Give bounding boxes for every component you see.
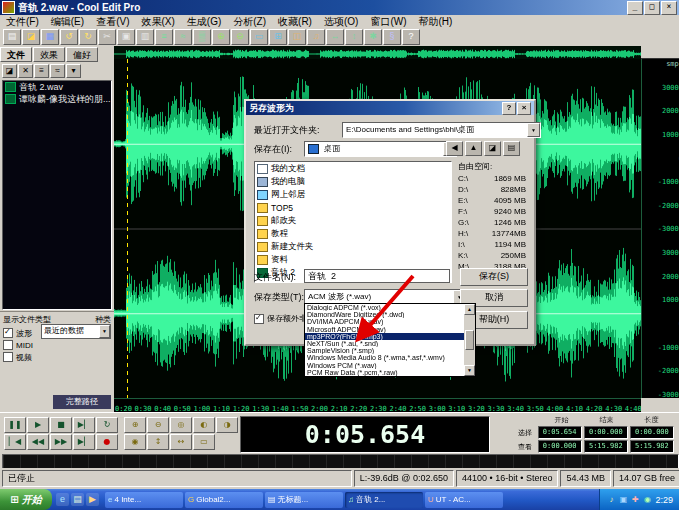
zoom-out-icon[interactable]: ⊖ — [231, 29, 249, 45]
zoom-right-edge-button[interactable]: ◑ — [216, 417, 238, 433]
filetype-checkbox[interactable]: MIDI — [3, 339, 111, 351]
file-browser-item[interactable]: 我的文档 — [255, 162, 451, 175]
open-file-item[interactable]: 音轨 2.wav — [3, 81, 111, 93]
view-begin-field[interactable]: 0:00.000 — [538, 440, 582, 453]
menu-item[interactable]: 帮助(H) — [413, 15, 459, 29]
full-path-button[interactable]: 完整路径 — [53, 395, 111, 409]
taskbar-task-button[interactable]: e 4 Inte... — [105, 492, 183, 508]
multitrack-view-icon[interactable]: ≡ — [155, 29, 173, 45]
zoom-in-icon[interactable]: ⊕ — [212, 29, 230, 45]
menu-item[interactable]: 生成(G) — [181, 15, 227, 29]
zoom-vertical-in-button[interactable]: ↕ — [147, 434, 169, 450]
zoom-left-edge-button[interactable]: ◐ — [193, 417, 215, 433]
file-browser-item[interactable]: 资料 — [255, 253, 451, 266]
selection-begin-field[interactable]: 0:05.654 — [538, 426, 582, 439]
format-option[interactable]: DVI/IMA ADPCM (*.wav) — [305, 318, 464, 325]
edit-file-icon[interactable]: ≈ — [50, 64, 65, 78]
menu-item[interactable]: 文件(F) — [0, 15, 45, 29]
copy-icon[interactable]: ▣ — [117, 29, 135, 45]
fast-forward-button[interactable]: ▶▶ — [50, 434, 72, 450]
help-icon[interactable]: ? — [402, 29, 420, 45]
scroll-up-icon[interactable]: ▲ — [464, 304, 475, 315]
panel-tab[interactable]: 偏好 — [66, 47, 98, 62]
menu-item[interactable]: 窗口(W) — [364, 15, 412, 29]
sort-dropdown[interactable]: 最近的数据 — [41, 324, 111, 339]
scroll-down-icon[interactable]: ▼ — [464, 365, 475, 376]
play-to-end-button[interactable]: ▶▏ — [73, 417, 95, 433]
effects-rack-icon[interactable]: ✱ — [364, 29, 382, 45]
show-desktop-icon[interactable]: ▤ — [71, 493, 84, 506]
maximize-button[interactable]: □ — [644, 1, 660, 15]
ie-quicklaunch-icon[interactable]: e — [56, 493, 69, 506]
zoom-out-button[interactable]: ⊖ — [147, 417, 169, 433]
panel-tab[interactable]: 文件 — [0, 47, 32, 62]
scripts-icon[interactable]: § — [383, 29, 401, 45]
back-icon[interactable]: ◀ — [446, 141, 463, 156]
format-option[interactable]: NeXT/Sun (*.au, *.snd) — [305, 340, 464, 347]
view-menu-icon[interactable]: ▤ — [503, 141, 520, 156]
cut-icon[interactable]: ✂ — [98, 29, 116, 45]
save-button[interactable]: 保存(S) — [460, 268, 528, 286]
view-length-field[interactable]: 5:15.982 — [630, 440, 674, 453]
normalize-icon[interactable]: ↕ — [345, 29, 363, 45]
save-file-icon[interactable]: ▦ — [41, 29, 59, 45]
panel-tab[interactable]: 效果 — [33, 47, 65, 62]
panel-options-icon[interactable]: ▾ — [66, 64, 81, 78]
filetype-checkbox[interactable]: 视频 — [3, 351, 111, 363]
start-button[interactable]: 开始 — [0, 489, 52, 510]
open-file-icon[interactable]: ◪ — [22, 29, 40, 45]
file-browser-item[interactable]: 新建文件夹 — [255, 240, 451, 253]
file-browser-item[interactable]: 网上邻居 — [255, 188, 451, 201]
menu-item[interactable]: 收藏(R) — [272, 15, 318, 29]
insert-multitrack-icon[interactable]: ≡ — [34, 64, 49, 78]
minimize-button[interactable]: _ — [627, 1, 643, 15]
format-option[interactable]: PCM Raw Data (*.pcm,*.raw) — [305, 369, 464, 376]
waveform-view-icon[interactable]: ≈ — [174, 29, 192, 45]
menu-item[interactable]: 选项(O) — [318, 15, 364, 29]
format-option[interactable]: Windows PCM (*.wav) — [305, 362, 464, 369]
open-file-item[interactable]: 谭咏麟-像我这样的朋... — [3, 93, 111, 105]
view-end-field[interactable]: 5:15.982 — [584, 440, 628, 453]
taskbar-task-button[interactable]: ▤ 无标题... — [265, 492, 343, 508]
zoom-horizontal-button[interactable]: ↔ — [170, 434, 192, 450]
im-tray-icon[interactable]: ◉ — [642, 495, 652, 505]
taskbar-task-button[interactable]: G Global2... — [185, 492, 263, 508]
record-button[interactable]: ● — [96, 434, 118, 450]
undo-icon[interactable]: ↺ — [60, 29, 78, 45]
scrollbar-thumb[interactable] — [465, 330, 474, 350]
stop-button[interactable]: ■ — [50, 417, 72, 433]
format-option[interactable]: DiamondWare Digitized (*.dwd) — [305, 311, 464, 318]
new-file-icon[interactable]: ▤ — [3, 29, 21, 45]
zoom-full-button[interactable]: ◎ — [170, 417, 192, 433]
new-folder-icon[interactable]: ◪ — [484, 141, 501, 156]
go-to-start-button[interactable]: ▏◀ — [4, 434, 26, 450]
zoom-reset-button[interactable]: ▭ — [193, 434, 215, 450]
pause-button[interactable]: ❚❚ — [4, 417, 26, 433]
play-button[interactable]: ▶ — [27, 417, 49, 433]
menu-item[interactable]: 查看(V) — [90, 15, 135, 29]
selection-length-field[interactable]: 0:00.000 — [630, 426, 674, 439]
menu-item[interactable]: 分析(Z) — [227, 15, 272, 29]
file-browser-item[interactable]: 我的电脑 — [255, 175, 451, 188]
overview-strip[interactable] — [114, 46, 641, 59]
snapping-icon[interactable]: ⊞ — [269, 29, 287, 45]
file-browser-item[interactable]: 教程 — [255, 227, 451, 240]
playback-cursor[interactable] — [127, 59, 128, 398]
paste-icon[interactable]: ▥ — [136, 29, 154, 45]
up-one-level-icon[interactable]: ▲ — [465, 141, 482, 156]
file-browser-item[interactable]: TOP5 — [255, 201, 451, 214]
taskbar-task-button[interactable]: ♫ 音轨 2... — [345, 492, 423, 508]
dialog-help-button[interactable]: ? — [502, 102, 516, 115]
spectral-view-icon[interactable]: ▒ — [193, 29, 211, 45]
convert-sample-type-icon[interactable]: ↔ — [326, 29, 344, 45]
import-file-icon[interactable]: ◪ — [2, 64, 17, 78]
media-player-icon[interactable]: ▶ — [86, 493, 99, 506]
loop-play-button[interactable]: ↻ — [96, 417, 118, 433]
close-file-icon[interactable]: ✕ — [18, 64, 33, 78]
format-option[interactable]: SampleVision (*.smp) — [305, 347, 464, 354]
menu-item[interactable]: 效果(X) — [135, 15, 180, 29]
close-button[interactable]: × — [661, 1, 677, 15]
network-tray-icon[interactable]: ▣ — [618, 495, 628, 505]
recent-folder-dropdown[interactable]: E:\Documents and Settings\bhi\桌面 — [342, 122, 541, 138]
selection-end-field[interactable]: 0:00.000 — [584, 426, 628, 439]
